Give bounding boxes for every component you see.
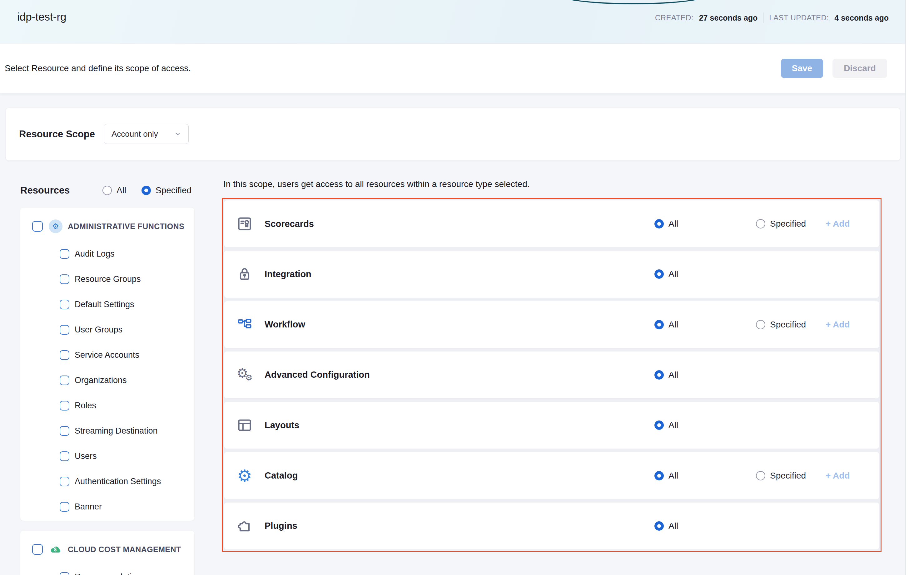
item-checkbox[interactable] [60,401,69,410]
save-button[interactable]: Save [781,59,823,78]
radio-icon[interactable] [655,219,664,229]
specified-radio[interactable]: Specified [756,320,806,330]
created-value: 27 seconds ago [699,13,758,22]
add-button[interactable]: + Add [825,320,850,330]
all-radio[interactable]: All [655,269,678,279]
resources-specified-radio[interactable]: Specified [142,186,191,195]
radio-icon[interactable] [655,521,664,531]
section-label: ADMINISTRATIVE FUNCTIONS [68,222,184,231]
item-checkbox[interactable] [60,350,69,360]
radio-icon[interactable] [756,219,765,229]
specified-radio[interactable]: Specified [756,219,806,229]
scope-description: In this scope, users get access to all r… [223,179,529,189]
section-header: $ CLOUD COST MANAGEMENT [32,543,181,556]
layout-icon [236,416,253,434]
all-radio[interactable]: All [655,471,678,481]
sidebar-item-organizations[interactable]: Organizations [20,368,194,393]
all-radio[interactable]: All [655,521,678,531]
page-header: idp-test-rg CREATED: 27 seconds ago LAST… [0,0,905,44]
all-radio[interactable]: All [655,420,678,430]
radio-icon[interactable] [756,471,765,480]
resource-scope-value: Account only [112,129,158,139]
last-updated-label: LAST UPDATED: [769,13,829,22]
resource-group-page: idp-test-rg CREATED: 27 seconds ago LAST… [0,0,905,575]
toolbar-description: Select Resource and define its scope of … [5,44,191,93]
radio-icon[interactable] [756,320,765,329]
resource-label: Advanced Configuration [264,370,370,380]
all-label: All [669,320,678,330]
all-radio[interactable]: All [655,219,678,229]
resources-header: Resources All Specified [20,183,194,198]
radio-icon[interactable] [102,186,112,195]
radio-icon[interactable] [655,269,664,279]
resources-all-radio[interactable]: All [102,186,126,195]
discard-button[interactable]: Discard [832,59,887,78]
item-label: Banner [75,502,102,511]
add-button[interactable]: + Add [825,219,850,229]
sidebar-item-service-accounts[interactable]: Service Accounts [20,342,194,368]
section-items: Audit Logs Resource Groups Default Setti… [20,241,194,519]
created-label: CREATED: [655,13,693,22]
resource-label: Scorecards [264,219,314,229]
resource-row-integration: Integration All [224,251,879,297]
item-checkbox[interactable] [60,502,69,511]
item-checkbox[interactable] [60,477,69,486]
resource-label: Layouts [264,420,299,430]
scorecard-icon [236,215,253,233]
section-checkbox[interactable] [32,544,43,555]
page-gutter [905,0,924,575]
specified-radio[interactable]: Specified [756,471,806,481]
sidebar-item-authentication-settings[interactable]: Authentication Settings [20,469,194,494]
meta-divider [763,13,763,23]
resource-row-plugins: Plugins All [224,503,879,550]
item-checkbox[interactable] [60,572,69,575]
resource-row-advanced-configuration: ⚙⚙ Advanced Configuration All [224,351,879,398]
sidebar-section-administrative-functions: ⚙ ADMINISTRATIVE FUNCTIONS Audit Logs Re… [20,208,194,521]
puzzle-icon [236,517,253,535]
sidebar-item-user-groups[interactable]: User Groups [20,317,194,342]
all-radio[interactable]: All [655,320,678,330]
chevron-down-icon [175,131,181,137]
radio-icon[interactable] [655,421,664,430]
resource-type-list: Scorecards All Specified + Add Integrati… [222,198,881,552]
item-checkbox[interactable] [60,375,69,385]
sidebar-item-users[interactable]: Users [20,443,194,469]
all-label: All [669,370,678,380]
last-updated-value: 4 seconds ago [834,13,889,22]
sidebar-item-default-settings[interactable]: Default Settings [20,292,194,317]
sidebar-item-roles[interactable]: Roles [20,393,194,418]
all-label: All [669,269,678,279]
item-checkbox[interactable] [60,426,69,436]
sidebar-item-resource-groups[interactable]: Resource Groups [20,267,194,292]
all-radio[interactable]: All [655,370,678,380]
resource-label: Workflow [264,319,305,330]
page-title: idp-test-rg [17,11,67,23]
radio-icon[interactable] [655,320,664,329]
add-button[interactable]: + Add [825,471,850,481]
specified-label: Specified [770,471,806,481]
section-label: CLOUD COST MANAGEMENT [68,545,181,554]
gears-icon: ⚙⚙ [236,366,253,384]
section-items: Recommendations [20,564,194,575]
item-checkbox[interactable] [60,300,69,309]
sidebar-item-recommendations[interactable]: Recommendations [20,564,194,575]
resource-row-layouts: Layouts All [224,402,879,449]
sidebar-item-streaming-destination[interactable]: Streaming Destination [20,418,194,443]
sidebar-item-audit-logs[interactable]: Audit Logs [20,241,194,267]
item-checkbox[interactable] [60,451,69,461]
resources-heading: Resources [20,183,70,198]
resource-scope-dropdown[interactable]: Account only [104,124,189,144]
item-checkbox[interactable] [60,325,69,335]
item-checkbox[interactable] [60,275,69,284]
resource-row-scorecards: Scorecards All Specified + Add [224,200,879,247]
sidebar-item-banner[interactable]: Banner [20,494,194,519]
item-label: Recommendations [75,572,145,575]
item-checkbox[interactable] [60,249,69,259]
specified-label: Specified [770,219,806,229]
radio-icon[interactable] [655,471,664,480]
item-label: Audit Logs [75,249,115,259]
radio-icon[interactable] [142,186,151,195]
all-label: All [669,471,678,481]
section-checkbox[interactable] [32,221,43,232]
radio-icon[interactable] [655,370,664,380]
